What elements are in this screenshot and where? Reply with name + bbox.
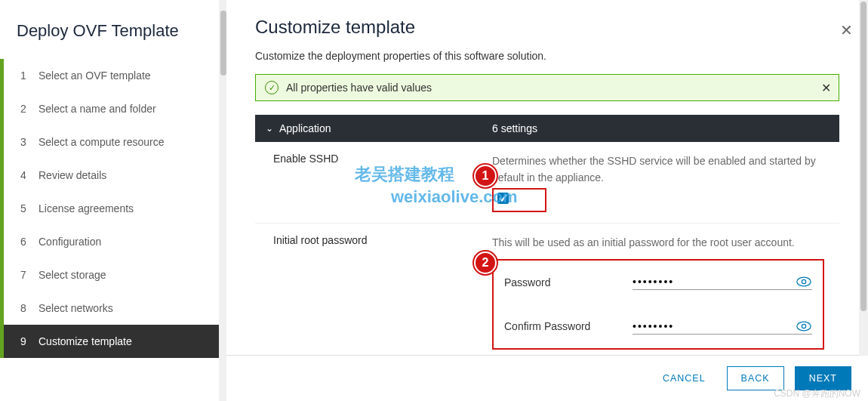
- section-name: Application: [279, 122, 331, 134]
- wizard-step-customize-template[interactable]: 9 Customize template: [0, 325, 226, 358]
- wizard-footer: CANCEL BACK NEXT: [226, 355, 868, 401]
- step-number: 7: [20, 269, 38, 281]
- page-title: Customize template: [255, 17, 839, 38]
- sshd-checkbox[interactable]: [497, 193, 509, 204]
- scrollbar-thumb[interactable]: [860, 2, 866, 311]
- callout-badge-2: 2: [474, 251, 497, 274]
- setting-description: This will be used as an initial password…: [492, 234, 829, 251]
- step-number: 5: [20, 202, 38, 214]
- step-label: License agreements: [38, 202, 134, 214]
- wizard-step-storage[interactable]: 7 Select storage: [0, 258, 226, 291]
- step-label: Select an OVF template: [38, 69, 151, 82]
- wizard-step-review-details[interactable]: 4 Review details: [0, 159, 226, 192]
- confirm-password-label: Confirm Password: [504, 318, 633, 335]
- step-label: Select storage: [38, 269, 106, 281]
- step-label: Select a name and folder: [38, 103, 156, 115]
- setting-label: Enable SSHD: [273, 153, 492, 212]
- confirm-password-input[interactable]: [633, 320, 790, 332]
- password-highlight-block: Password Confirm Password: [492, 259, 824, 350]
- chevron-down-icon: ⌄: [266, 123, 273, 134]
- svg-point-1: [802, 280, 805, 284]
- setting-description: Determines whether the SSHD service will…: [492, 153, 829, 187]
- checkmark-icon: ✓: [265, 81, 279, 94]
- setting-enable-sshd: Enable SSHD Determines whether the SSHD …: [255, 142, 839, 224]
- password-label: Password: [504, 274, 633, 291]
- wizard-step-configuration[interactable]: 6 Configuration: [0, 225, 226, 258]
- wizard-sidebar: Deploy OVF Template 1 Select an OVF temp…: [0, 0, 226, 401]
- wizard-title: Deploy OVF Template: [0, 15, 226, 59]
- step-number: 8: [20, 302, 38, 314]
- step-number: 6: [20, 236, 38, 248]
- step-label: Select networks: [38, 302, 113, 314]
- wizard-step-compute-resource[interactable]: 3 Select a compute resource: [0, 125, 226, 159]
- csdn-watermark: CSDN @奔跑的NOW: [774, 387, 860, 400]
- alert-close-icon[interactable]: ✕: [821, 81, 831, 95]
- main-panel: ✕ Customize template Customize the deplo…: [226, 0, 868, 401]
- wizard-step-networks[interactable]: 8 Select networks: [0, 291, 226, 325]
- step-label: Select a compute resource: [38, 136, 165, 148]
- step-label: Configuration: [38, 236, 101, 248]
- show-confirm-password-icon[interactable]: [796, 320, 812, 332]
- setting-label: Initial root password: [273, 234, 492, 350]
- cancel-button[interactable]: CANCEL: [652, 367, 716, 390]
- wizard-step-name-folder[interactable]: 2 Select a name and folder: [0, 92, 226, 125]
- alert-text: All properties have valid values: [286, 82, 432, 94]
- step-label: Customize template: [38, 335, 132, 347]
- step-number: 3: [20, 136, 38, 148]
- wizard-step-select-ovf[interactable]: 1 Select an OVF template: [0, 59, 226, 92]
- section-settings-count: 6 settings: [492, 122, 537, 134]
- main-scrollbar[interactable]: [859, 0, 868, 356]
- setting-root-password: Initial root password This will be used …: [255, 224, 839, 355]
- svg-point-0: [797, 277, 811, 286]
- show-password-icon[interactable]: [796, 276, 812, 288]
- wizard-steps-list: 1 Select an OVF template 2 Select a name…: [0, 59, 226, 358]
- step-label: Review details: [38, 169, 106, 181]
- sshd-checkbox-highlight: [492, 188, 546, 212]
- application-section-header[interactable]: ⌄ Application 6 settings: [255, 115, 839, 142]
- callout-badge-1: 1: [474, 165, 497, 187]
- validation-alert: ✓ All properties have valid values ✕: [255, 74, 839, 101]
- step-number: 4: [20, 169, 38, 181]
- page-subtitle: Customize the deployment properties of t…: [255, 50, 839, 62]
- step-number: 9: [20, 335, 38, 347]
- svg-point-3: [802, 324, 805, 328]
- password-input[interactable]: [633, 276, 790, 288]
- step-number: 1: [20, 69, 38, 82]
- wizard-step-license[interactable]: 5 License agreements: [0, 192, 226, 225]
- svg-point-2: [797, 322, 811, 331]
- step-number: 2: [20, 103, 38, 115]
- scrollbar-thumb[interactable]: [220, 11, 226, 76]
